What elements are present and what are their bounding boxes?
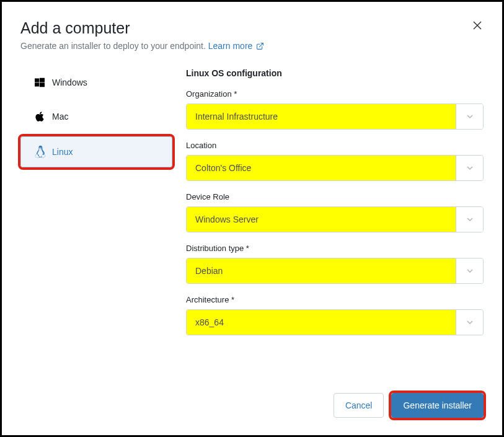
field-label: Distribution type * — [186, 244, 484, 253]
dialog-subtitle: Generate an installer to deploy to your … — [20, 41, 206, 51]
field-label: Device Role — [186, 192, 484, 201]
add-computer-dialog: Add a computer Generate an installer to … — [2, 2, 502, 435]
select-value: Windows Server — [187, 207, 456, 232]
svg-rect-3 — [35, 78, 39, 82]
chevron-down-icon — [456, 310, 483, 335]
architecture-select[interactable]: x86_64 — [186, 309, 484, 335]
field-distribution-type: Distribution type * Debian — [186, 244, 484, 284]
close-icon — [473, 21, 482, 30]
dialog-footer: Cancel Generate installer — [334, 393, 484, 418]
svg-line-2 — [260, 43, 263, 47]
dialog-content: Windows Mac Linux Linux — [20, 68, 484, 347]
os-tab-linux[interactable]: Linux — [20, 136, 172, 167]
linux-icon — [35, 146, 52, 158]
chevron-down-icon — [456, 104, 483, 129]
os-sidebar: Windows Mac Linux — [20, 68, 172, 347]
field-organization: Organization * Internal Infrastructure — [186, 89, 484, 130]
os-tab-label: Linux — [52, 147, 73, 157]
select-value: Internal Infrastructure — [187, 104, 456, 129]
organization-select[interactable]: Internal Infrastructure — [186, 104, 484, 130]
chevron-down-icon — [456, 207, 483, 232]
distribution-type-select[interactable]: Debian — [186, 258, 484, 284]
section-title: Linux OS configuration — [186, 68, 484, 78]
generate-installer-button[interactable]: Generate installer — [391, 393, 484, 418]
field-label: Location — [186, 141, 484, 150]
select-value: Debian — [187, 258, 456, 283]
external-link-icon — [256, 42, 264, 52]
os-tab-windows[interactable]: Windows — [20, 68, 172, 97]
chevron-down-icon — [456, 258, 483, 283]
close-button[interactable] — [471, 19, 484, 32]
os-tab-label: Windows — [52, 77, 87, 87]
select-value: Colton's Office — [187, 156, 456, 180]
learn-more-link[interactable]: Learn more — [208, 41, 264, 51]
cancel-button[interactable]: Cancel — [334, 393, 384, 418]
svg-rect-6 — [40, 82, 45, 87]
svg-rect-5 — [35, 82, 39, 86]
device-role-select[interactable]: Windows Server — [186, 206, 484, 232]
location-select[interactable]: Colton's Office — [186, 155, 484, 181]
learn-more-label: Learn more — [208, 41, 253, 51]
dialog-subtitle-row: Generate an installer to deploy to your … — [20, 41, 484, 52]
field-label: Organization * — [186, 89, 484, 99]
field-architecture: Architecture * x86_64 — [186, 295, 484, 335]
windows-icon — [35, 77, 52, 87]
os-tab-label: Mac — [52, 112, 68, 121]
svg-rect-4 — [40, 78, 45, 82]
chevron-down-icon — [456, 156, 483, 180]
apple-icon — [35, 111, 52, 122]
config-form: Linux OS configuration Organization * In… — [186, 68, 484, 347]
field-location: Location Colton's Office — [186, 141, 484, 181]
field-device-role: Device Role Windows Server — [186, 192, 484, 232]
os-tab-mac[interactable]: Mac — [20, 102, 172, 131]
select-value: x86_64 — [187, 310, 456, 335]
field-label: Architecture * — [186, 295, 484, 304]
dialog-title: Add a computer — [20, 19, 484, 37]
